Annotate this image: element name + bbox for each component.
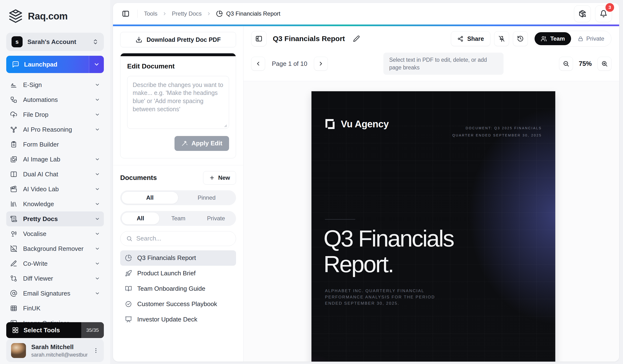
scroll-icon — [10, 215, 17, 222]
download-icon — [135, 36, 142, 43]
download-pdf-button[interactable]: Download Pretty Doc PDF — [120, 32, 236, 47]
divider — [113, 165, 243, 165]
sidebar-item-label: FinUK — [23, 305, 100, 312]
notification-badge: 3 — [605, 3, 614, 12]
user-name: Sarah Mitchell — [31, 343, 88, 351]
document-search — [120, 231, 236, 246]
pdf-meta: DOCUMENT: Q3 2025 FINANCIALS QUARTER END… — [452, 125, 542, 139]
document-item-product-launch-brief[interactable]: Product Launch Brief — [120, 266, 236, 281]
sidebar-item-pretty-docs[interactable]: Pretty Docs — [6, 212, 104, 226]
pdf-title-line1: Q3 Financials — [324, 226, 454, 252]
tab-scope-all[interactable]: All — [121, 192, 178, 204]
notifications-button[interactable]: 3 — [595, 5, 612, 22]
visibility-private-option[interactable]: Private — [572, 32, 610, 45]
sidebar-item-email-signatures[interactable]: Email Signatures — [6, 286, 104, 301]
sidebar-toggle-icon[interactable] — [120, 8, 131, 19]
avatar — [11, 343, 26, 358]
sidebar-item-vocalise[interactable]: Vocalise — [6, 226, 104, 241]
document-item-investor-update-deck[interactable]: Investor Update Deck — [120, 312, 236, 327]
zoom-in-button[interactable] — [598, 57, 611, 71]
zoom-in-icon — [601, 60, 608, 67]
launchpad-button[interactable]: Launchpad — [6, 56, 104, 73]
pdf-canvas[interactable]: Vu Agency DOCUMENT: Q3 2025 FINANCIALS Q… — [244, 81, 619, 362]
download-label: Download Pretty Doc PDF — [147, 36, 221, 43]
brand: Raq.com — [0, 0, 110, 23]
tab-visibility-private[interactable]: Private — [197, 212, 235, 225]
launchpad-main[interactable]: Launchpad — [6, 56, 89, 73]
filter-tabs-visibility: AllTeamPrivate — [120, 211, 236, 226]
git-compare-icon — [10, 275, 17, 282]
apply-edit-label: Apply Edit — [191, 140, 222, 147]
version-history-button[interactable] — [513, 31, 528, 46]
bell-icon — [600, 10, 607, 18]
pdf-subtitle-line1: ALPHABET INC. QUARTERLY FINANCIAL — [325, 288, 435, 294]
tab-scope-pinned[interactable]: Pinned — [178, 192, 235, 204]
document-item-q3-financials-report[interactable]: Q3 Financials Report — [120, 250, 236, 266]
sidebar-item-form-builder[interactable]: Form Builder — [6, 137, 104, 152]
rename-pencil-icon[interactable] — [353, 35, 360, 42]
document-item-label: Q3 Financials Report — [137, 254, 196, 262]
sidebar-item-label: Form Builder — [23, 141, 100, 148]
new-document-button[interactable]: New — [203, 171, 236, 185]
chevron-down-icon — [95, 246, 100, 251]
search-input[interactable] — [136, 235, 230, 242]
account-name: Sarah's Account — [27, 38, 88, 46]
collapse-panel-button[interactable] — [251, 31, 267, 46]
sidebar-item-background-remover[interactable]: Background Remover — [6, 241, 104, 256]
sidebar-nav: E-SignAutomationsFile DropAI Pro Reasoni… — [0, 77, 110, 331]
book-icon — [125, 285, 132, 292]
select-tools-button[interactable]: Select Tools 35/35 — [6, 322, 104, 338]
sidebar-item-finuk[interactable]: FinUK — [6, 301, 104, 316]
share-button[interactable]: Share — [451, 31, 490, 46]
chevron-down-icon — [95, 127, 100, 132]
sidebar-item-e-sign[interactable]: E-Sign — [6, 77, 104, 92]
divider — [137, 10, 138, 18]
breadcrumb: Tools Pretty Docs Q3 Financials Report — [144, 10, 281, 17]
sidebar-item-label: Background Remover — [23, 245, 95, 253]
rocket-icon — [125, 270, 132, 277]
sidebar-item-co-write[interactable]: Co-Write — [6, 256, 104, 271]
document-item-customer-success-playbook[interactable]: Customer Success Playbook — [120, 297, 236, 312]
chevron-down-icon — [95, 171, 100, 177]
pin-off-icon — [498, 35, 505, 42]
chevron-down-icon — [95, 157, 100, 162]
pdf-rule — [325, 219, 355, 220]
resize-grip-icon[interactable] — [223, 124, 227, 127]
apply-edit-button[interactable]: Apply Edit — [175, 136, 229, 151]
grid-2x2-icon — [12, 327, 19, 334]
tab-visibility-team[interactable]: Team — [160, 212, 197, 225]
tab-visibility-all[interactable]: All — [121, 212, 160, 225]
chevron-down-icon — [93, 61, 100, 67]
pdf-page[interactable]: Vu Agency DOCUMENT: Q3 2025 FINANCIALS Q… — [312, 91, 555, 362]
sidebar-item-knowledge[interactable]: Knowledge — [6, 196, 104, 212]
sidebar-item-ai-image-lab[interactable]: AI Image Lab — [6, 152, 104, 167]
voice-icon — [10, 230, 17, 237]
pdf-subtitle-line2: PERFORMANCE ANALYSIS FOR THE PERIOD — [325, 294, 435, 300]
document-item-label: Product Launch Brief — [137, 270, 196, 277]
launchpad-expand-button[interactable] — [89, 56, 104, 73]
edit-instructions-input[interactable] — [127, 76, 229, 129]
cloud-upload-icon — [10, 111, 17, 118]
breadcrumb-pretty-docs[interactable]: Pretty Docs — [172, 10, 202, 17]
accent-gradient-bar — [113, 24, 619, 26]
package-search-button[interactable] — [574, 5, 591, 22]
account-switcher[interactable]: s Sarah's Account — [6, 33, 104, 51]
chevron-down-icon — [95, 112, 100, 117]
sidebar-item-diff-viewer[interactable]: Diff Viewer — [6, 271, 104, 286]
unpin-button[interactable] — [494, 31, 509, 46]
document-item-team-onboarding-guide[interactable]: Team Onboarding Guide — [120, 281, 236, 297]
visibility-team-option[interactable]: Team — [534, 32, 571, 45]
ellipsis-vertical-icon[interactable] — [93, 347, 99, 354]
sidebar-item-dual-ai-chat[interactable]: Dual AI Chat — [6, 167, 104, 182]
sidebar-item-ai-pro-reasoning[interactable]: AI Pro Reasoning — [6, 122, 104, 137]
zoom-out-button[interactable] — [559, 57, 573, 71]
next-page-button[interactable] — [314, 57, 328, 71]
user-card[interactable]: Sarah Mitchell sarah.mitchell@westbur... — [6, 339, 104, 362]
sidebar-item-automations[interactable]: Automations — [6, 92, 104, 107]
previous-page-button[interactable] — [251, 57, 265, 71]
edit-document-card: Edit Document Apply Edit — [120, 53, 236, 158]
chevron-down-icon — [95, 186, 100, 192]
sidebar-item-ai-video-lab[interactable]: AI Video Lab — [6, 182, 104, 196]
sidebar-item-file-drop[interactable]: File Drop — [6, 107, 104, 122]
breadcrumb-tools[interactable]: Tools — [144, 10, 157, 17]
